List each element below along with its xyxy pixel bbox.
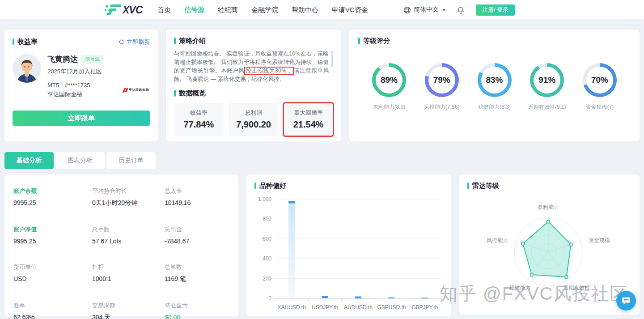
stat-account-equity: 账户净值 9995.25 [13, 225, 92, 245]
title-marker [13, 38, 14, 45]
stat-account-balance: 账户余额 9995.25 [13, 187, 92, 207]
fxvc-logo-text: XVC [123, 4, 142, 16]
tab-basic-analysis[interactable]: 基础分析 [4, 152, 54, 169]
rating-card: 等级评分 89% 盈利能力(8.9) 79% 风控能力(7.86) 83% 稳健… [349, 30, 640, 141]
scrollbar-thumb[interactable] [331, 51, 333, 68]
progress-ring: 79% [425, 63, 459, 97]
nav-item-brokers[interactable]: 经纪商 [218, 6, 238, 14]
account-stats-grid: 账户余额 9995.25 平均持仓时长 0天1小时20分钟 总入金 10149.… [13, 187, 229, 319]
strategy-title-text: 策略介绍 [179, 37, 206, 45]
stat-currency: 货币单位 USD [13, 263, 92, 283]
account-id: MT5：#****1735 [47, 81, 90, 90]
symbol-preference-bar-chart[interactable]: 02004006008001,000XAUUSD.thUSDJPY.thAUDU… [253, 194, 445, 316]
refresh-now-link[interactable]: 立即刷新 [119, 38, 150, 46]
ring-fund-scale: 70% 资金规模(7) [575, 63, 624, 111]
svg-text:盈利能力: 盈利能力 [538, 204, 559, 210]
rating-card-title: 等级评分 [358, 37, 631, 45]
chat-button[interactable] [616, 291, 636, 310]
nav-item-signals[interactable]: 信号源 [184, 6, 204, 14]
signal-source-badge: 信号源 [81, 55, 103, 64]
tab-order-history[interactable]: 历史订单 [106, 152, 156, 169]
analysis-tabs: 基础分析 图表分析 历史订单 [4, 152, 156, 169]
refresh-label: 立即刷新 [127, 38, 150, 46]
account-stats-card: 账户余额 9995.25 平均持仓时长 0天1小时20分钟 总入金 10149.… [4, 174, 238, 316]
svg-text:风控能力: 风控能力 [487, 237, 508, 243]
nav-item-apply-vc[interactable]: 申请VC资金 [332, 6, 368, 14]
stat-total-withdrawal: 总出金 -7848.67 [165, 225, 229, 245]
svg-text:600: 600 [263, 236, 271, 242]
language-selector[interactable]: 简体中文 ▼ [403, 6, 446, 14]
svg-text:GBPUSD.th: GBPUSD.th [377, 304, 406, 310]
strategy-card: 策略介绍 与可控回撤相结合。 实盘验证，月收益预期在10%左右，策略前端止损率极… [166, 30, 341, 141]
refresh-icon [119, 39, 124, 45]
symbol-preference-title: 品种偏好 [254, 182, 445, 190]
svg-text:近期有效性: 近期有效性 [563, 285, 590, 291]
svg-text:XAUUSD.th: XAUUSD.th [278, 304, 306, 310]
ring-stability: 83% 稳健能力(8.3) [470, 63, 519, 111]
ring-profitability: 89% 盈利能力(8.9) [364, 63, 414, 111]
bell-icon [457, 6, 464, 14]
trader-name: 飞黄腾达 [47, 54, 78, 64]
data-overview-title: 数据概览 [174, 89, 333, 98]
stat-box-total-profit: 总利润 7,900.20 [229, 103, 279, 136]
svg-text:800: 800 [263, 216, 271, 222]
stat-total-deposit: 总入金 10149.16 [165, 187, 229, 207]
svg-text:200: 200 [263, 276, 271, 282]
avatar [13, 54, 41, 83]
stat-trading-period: 交易周期 304 天 [92, 302, 165, 319]
svg-text:1,000: 1,000 [258, 196, 271, 202]
stat-total-trades: 总笔数 1169 笔 [165, 263, 229, 283]
svg-text:0: 0 [268, 295, 271, 302]
nav-item-help[interactable]: 帮助中心 [292, 6, 318, 14]
stat-floating-pnl: 持仓盈亏 $0.00 [165, 302, 229, 319]
strategy-description[interactable]: 与可控回撤相结合。 实盘验证，月收益预期在10%左右，策略前端止损率极低。 我们… [174, 50, 333, 84]
stat-leverage: 杠杆 1000:1 [92, 263, 165, 283]
tab-chart-analysis[interactable]: 图表分析 [55, 152, 105, 169]
register-login-button[interactable]: 注册/ 登录 [476, 4, 515, 16]
header-right: 简体中文 ▼ 注册/ 登录 [403, 0, 515, 20]
profile-card-title-text: 收益率 [17, 38, 38, 46]
nav-item-home[interactable]: 首页 [157, 6, 171, 14]
stat-box-yield: 收益率 77.84% [174, 103, 224, 136]
progress-ring: 91% [530, 63, 564, 97]
progress-ring: 70% [583, 63, 617, 97]
copy-trade-button[interactable]: 立即跟单 [13, 111, 150, 126]
stat-avg-hold-time: 平均持仓时长 0天1小时20分钟 [92, 187, 165, 207]
chevron-down-icon: ▼ [441, 8, 446, 12]
svg-text:AUDUSD.th: AUDUSD.th [344, 304, 373, 310]
svg-text:400: 400 [263, 255, 271, 262]
main-nav: 首页 信号源 经纪商 金融学院 帮助中心 申请VC资金 [157, 0, 368, 20]
svg-text:GBPJPY.th: GBPJPY.th [411, 304, 438, 310]
notifications-button[interactable] [457, 6, 464, 14]
ring-recent-effectiveness: 91% 近期有效性(9.1) [522, 63, 572, 111]
fxvc-logo[interactable]: XVC [104, 3, 142, 17]
radar-chart[interactable]: 盈利能力资金规模近期有效性稳健能力风控能力 [467, 196, 630, 311]
chat-bubble-icon [621, 296, 631, 306]
svg-text:稳健能力: 稳健能力 [509, 285, 531, 291]
globe-icon [403, 6, 411, 14]
radar-rating-card: 雷达等级 盈利能力资金规模近期有效性稳健能力风控能力 [459, 174, 640, 315]
rating-rings: 89% 盈利能力(8.9) 79% 风控能力(7.86) 83% 稳健能力(8.… [358, 63, 631, 111]
stat-total-lots: 总手数 57.67 Lots [92, 225, 165, 245]
nav-item-academy[interactable]: 金融学院 [251, 6, 278, 14]
stat-box-max-drawdown: 最大回撤率 21.54% [284, 103, 333, 136]
top-navbar: XVC 首页 信号源 经纪商 金融学院 帮助中心 申请VC资金 简体中文 ▼ [0, 0, 644, 20]
fxvc-logo-icon [104, 3, 123, 17]
stat-win-rate: 胜率 62.63% [13, 302, 92, 319]
radar-rating-title: 雷达等级 [467, 182, 631, 190]
strategy-card-title: 策略介绍 [174, 37, 333, 45]
symbol-preference-card: 品种偏好 02004006008001,000XAUUSD.thUSDJPY.t… [246, 174, 451, 316]
broker-name: 亨达国际金融 [47, 90, 90, 99]
svg-text:USDJPY.th: USDJPY.th [312, 304, 338, 310]
ring-risk-control: 79% 风控能力(7.86) [417, 63, 466, 111]
progress-ring: 89% [372, 63, 406, 97]
progress-ring: 83% [478, 63, 512, 97]
strategy-risk-highlight: 控止损线为30%， [244, 67, 293, 75]
profile-card: 收益率 立即刷新 飞黄腾达 信号 [4, 30, 158, 141]
svg-text:资金规模: 资金规模 [589, 237, 610, 243]
broker-logo: 亨达国际金融 [123, 88, 149, 93]
language-label: 简体中文 [414, 6, 439, 14]
joined-date: 2025年12月加入社区 [47, 68, 150, 76]
profile-card-title: 收益率 [13, 38, 38, 46]
